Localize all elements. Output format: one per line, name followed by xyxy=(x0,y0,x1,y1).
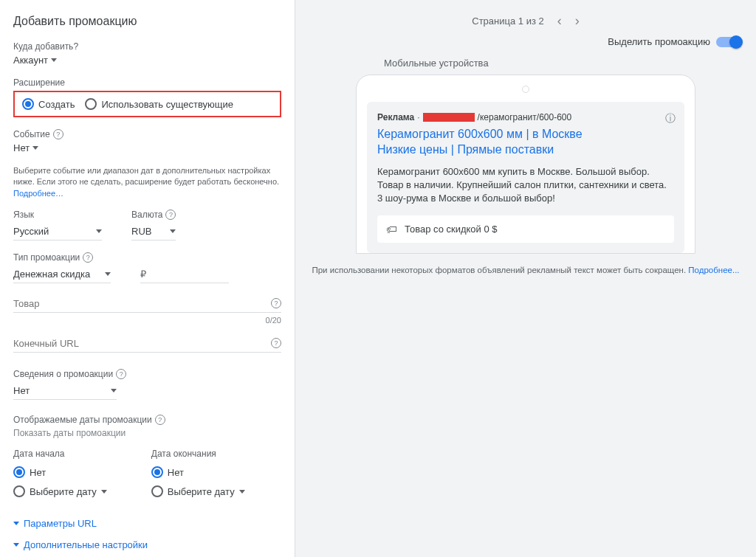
ad-promo-extension: 🏷 Товар со скидкой 0 $ xyxy=(377,215,674,243)
start-date-select[interactable]: Выберите дату xyxy=(13,485,107,497)
left-panel: Добавить промоакцию Куда добавить? Аккау… xyxy=(0,0,295,557)
product-input[interactable] xyxy=(13,295,281,313)
final-url-input[interactable] xyxy=(13,335,281,353)
language-label: Язык xyxy=(13,210,102,220)
chevron-down-icon xyxy=(111,389,117,392)
promo-type-dropdown[interactable]: Денежная скидка xyxy=(13,266,111,283)
end-date-select[interactable]: Выберите дату xyxy=(151,485,245,497)
promo-details-dropdown[interactable]: Нет xyxy=(13,382,117,400)
help-icon[interactable]: ? xyxy=(116,369,126,379)
help-icon[interactable]: ? xyxy=(83,252,93,263)
help-icon[interactable]: ? xyxy=(165,210,176,220)
language-dropdown[interactable]: Русский xyxy=(13,223,102,241)
add-to-dropdown[interactable]: Аккаунт xyxy=(13,55,281,66)
radio-use-existing-label: Использовать существующие xyxy=(101,99,233,110)
pager-text: Страница 1 из 2 xyxy=(472,15,543,27)
start-date-label: Дата начала xyxy=(13,449,107,459)
phone-notch-icon xyxy=(522,86,529,93)
prev-page-button[interactable]: ‹ xyxy=(557,13,562,29)
radio-icon xyxy=(13,485,25,497)
phone-preview: ⓘ Реклама · /керамогранит/600-600 Керамо… xyxy=(356,75,695,254)
display-dates-label: Отображаемые даты промоакции ? xyxy=(13,415,281,425)
panel-title: Добавить промоакцию xyxy=(13,15,281,28)
extension-label: Расширение xyxy=(13,77,281,88)
end-date-label: Дата окончания xyxy=(151,449,245,459)
ad-top-line: Реклама · /керамогранит/600-600 xyxy=(377,112,674,122)
redacted-domain xyxy=(423,113,475,122)
currency-label: Валюта ? xyxy=(131,210,176,220)
more-settings-link[interactable]: Дополнительные настройки xyxy=(13,539,281,550)
url-params-link[interactable]: Параметры URL xyxy=(13,518,281,529)
radio-icon xyxy=(151,485,163,497)
chevron-down-icon xyxy=(170,229,176,233)
event-hint-link[interactable]: Подробнее… xyxy=(13,189,63,198)
ad-card: ⓘ Реклама · /керамогранит/600-600 Керамо… xyxy=(367,102,684,253)
radio-create-label: Создать xyxy=(38,99,75,110)
ad-promo-text: Товар со скидкой 0 $ xyxy=(405,224,498,235)
pager-bar: Страница 1 из 2 ‹ › xyxy=(295,0,756,36)
preview-device-label: Мобильные устройства xyxy=(384,58,741,69)
currency-dropdown[interactable]: RUB xyxy=(131,223,176,241)
ad-badge: Реклама xyxy=(377,112,414,122)
event-label: Событие ? xyxy=(13,129,281,139)
chevron-down-icon xyxy=(13,522,19,525)
amount-input[interactable]: ₽ xyxy=(140,266,229,283)
display-dates-hint: Показать даты промоакции xyxy=(13,428,281,438)
right-panel: Страница 1 из 2 ‹ › Выделить промоакцию … xyxy=(295,0,756,557)
radio-icon xyxy=(85,98,97,110)
help-icon[interactable]: ? xyxy=(155,415,165,425)
event-value: Нет xyxy=(13,142,30,153)
event-hint: Выберите событие или диапазон дат в допо… xyxy=(13,165,281,199)
ad-title: Керамогранит 600х600 мм | в Москве Низки… xyxy=(377,127,674,158)
radio-icon xyxy=(151,466,163,478)
highlight-toggle[interactable] xyxy=(716,37,741,47)
info-icon[interactable]: ⓘ xyxy=(665,112,676,125)
radio-icon xyxy=(22,98,34,110)
radio-create[interactable]: Создать xyxy=(22,98,75,110)
promo-details-label: Сведения о промоакции ? xyxy=(13,369,281,379)
product-counter: 0/20 xyxy=(13,316,281,325)
help-icon[interactable]: ? xyxy=(53,129,63,139)
ad-path: /керамогранит/600-600 xyxy=(478,112,572,122)
promo-details-value: Нет xyxy=(13,385,30,396)
currency-value: RUB xyxy=(131,226,151,237)
radio-icon xyxy=(13,466,25,478)
start-date-none[interactable]: Нет xyxy=(13,466,107,478)
chevron-down-icon xyxy=(51,58,57,62)
promo-type-value: Денежная скидка xyxy=(13,269,90,280)
add-to-label: Куда добавить? xyxy=(13,41,281,52)
chevron-down-icon xyxy=(13,543,19,547)
chevron-down-icon xyxy=(105,272,111,276)
chevron-down-icon xyxy=(101,490,107,494)
promo-type-label: Тип промоакции ? xyxy=(13,252,111,263)
next-page-button[interactable]: › xyxy=(575,13,580,29)
radio-use-existing[interactable]: Использовать существующие xyxy=(85,98,233,110)
extension-radio-group: Создать Использовать существующие xyxy=(13,91,281,117)
ad-description: Керамогранит 600х600 мм купить в Москве.… xyxy=(377,165,674,206)
end-date-none[interactable]: Нет xyxy=(151,466,245,478)
footer-note: При использовании некоторых форматов объ… xyxy=(310,264,741,276)
tag-icon: 🏷 xyxy=(386,223,397,235)
chevron-down-icon xyxy=(96,229,102,233)
highlight-label: Выделить промоакцию xyxy=(608,36,710,47)
language-value: Русский xyxy=(13,226,49,237)
footer-link[interactable]: Подробнее... xyxy=(688,266,739,274)
add-to-value: Аккаунт xyxy=(13,55,48,66)
chevron-down-icon xyxy=(239,490,245,494)
chevron-down-icon xyxy=(32,146,38,150)
event-dropdown[interactable]: Нет xyxy=(13,142,281,153)
